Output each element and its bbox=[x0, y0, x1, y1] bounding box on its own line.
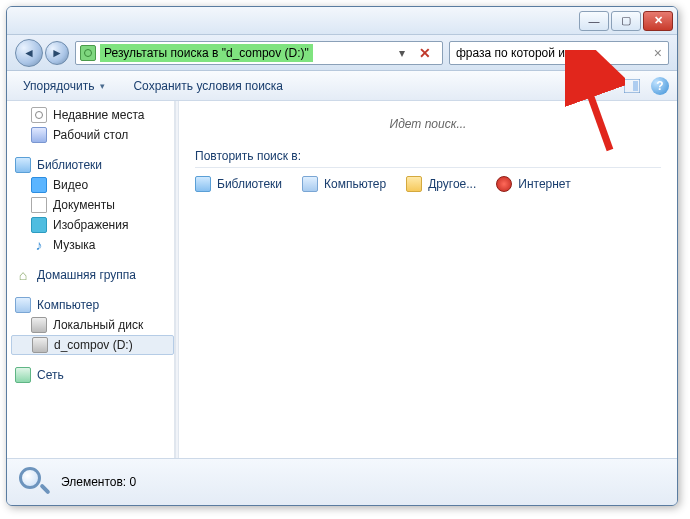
explorer-window: — ▢ ✕ ◄ ► Результаты поиска в "d_compov … bbox=[6, 6, 678, 506]
view-options-icon[interactable] bbox=[595, 77, 613, 95]
sidebar-label: Документы bbox=[53, 198, 115, 212]
sidebar-label: Домашняя группа bbox=[37, 268, 136, 282]
svg-rect-1 bbox=[633, 81, 638, 91]
title-bar: — ▢ ✕ bbox=[7, 7, 677, 35]
computer-icon bbox=[302, 176, 318, 192]
maximize-button[interactable]: ▢ bbox=[611, 11, 641, 31]
address-bar[interactable]: Результаты поиска в "d_compov (D:)" ▾ ✕ bbox=[75, 41, 443, 65]
sidebar-item-d-drive[interactable]: d_compov (D:) bbox=[11, 335, 174, 355]
save-search-button[interactable]: Сохранить условия поиска bbox=[125, 75, 291, 97]
desktop-icon bbox=[31, 127, 47, 143]
search-box[interactable]: × bbox=[449, 41, 669, 65]
scope-computer[interactable]: Компьютер bbox=[302, 176, 386, 192]
address-dropdown-icon[interactable]: ▾ bbox=[394, 42, 410, 64]
search-location-icon bbox=[80, 45, 96, 61]
navigation-row: ◄ ► Результаты поиска в "d_compov (D:)" … bbox=[7, 35, 677, 71]
content-pane: Идет поиск... Повторить поиск в: Библиот… bbox=[179, 101, 677, 458]
scope-libraries[interactable]: Библиотеки bbox=[195, 176, 282, 192]
scope-label: Интернет bbox=[518, 177, 570, 191]
search-scopes: Библиотеки Компьютер Другое... Интернет bbox=[195, 176, 661, 192]
video-icon bbox=[31, 177, 47, 193]
computer-icon bbox=[15, 297, 31, 313]
sidebar-label: Компьютер bbox=[37, 298, 99, 312]
search-status: Идет поиск... bbox=[195, 117, 661, 131]
close-button[interactable]: ✕ bbox=[643, 11, 673, 31]
search-input[interactable] bbox=[454, 45, 652, 61]
sidebar-homegroup-head[interactable]: ⌂ Домашняя группа bbox=[11, 265, 174, 285]
status-bar: Элементов: 0 bbox=[7, 459, 677, 505]
sidebar-item-local-disk[interactable]: Локальный диск bbox=[11, 315, 174, 335]
documents-icon bbox=[31, 197, 47, 213]
recent-icon bbox=[31, 107, 47, 123]
sidebar-item-music[interactable]: ♪ Музыка bbox=[11, 235, 174, 255]
sidebar-label: d_compov (D:) bbox=[54, 338, 133, 352]
magnifier-icon bbox=[17, 465, 51, 499]
sidebar-computer-head[interactable]: Компьютер bbox=[11, 295, 174, 315]
sidebar-item-desktop[interactable]: Рабочий стол bbox=[11, 125, 174, 145]
command-bar: Упорядочить Сохранить условия поиска ? bbox=[7, 71, 677, 101]
libraries-icon bbox=[195, 176, 211, 192]
network-icon bbox=[15, 367, 31, 383]
preview-pane-icon[interactable] bbox=[623, 77, 641, 95]
music-icon: ♪ bbox=[31, 237, 47, 253]
repeat-search-heading: Повторить поиск в: bbox=[195, 149, 661, 168]
sidebar-item-documents[interactable]: Документы bbox=[11, 195, 174, 215]
scope-label: Библиотеки bbox=[217, 177, 282, 191]
clear-search-icon[interactable]: × bbox=[652, 45, 664, 61]
opera-icon bbox=[496, 176, 512, 192]
sidebar-label: Видео bbox=[53, 178, 88, 192]
stop-refresh-button[interactable]: ✕ bbox=[414, 42, 436, 64]
sidebar-item-video[interactable]: Видео bbox=[11, 175, 174, 195]
sidebar-label: Недавние места bbox=[53, 108, 144, 122]
navigation-pane[interactable]: Недавние места Рабочий стол Библиотеки В… bbox=[7, 101, 175, 458]
body-area: Недавние места Рабочий стол Библиотеки В… bbox=[7, 101, 677, 459]
sidebar-label: Рабочий стол bbox=[53, 128, 128, 142]
minimize-button[interactable]: — bbox=[579, 11, 609, 31]
sidebar-item-pictures[interactable]: Изображения bbox=[11, 215, 174, 235]
pictures-icon bbox=[31, 217, 47, 233]
scope-internet[interactable]: Интернет bbox=[496, 176, 570, 192]
status-elements-count: Элементов: 0 bbox=[61, 475, 136, 489]
scope-label: Другое... bbox=[428, 177, 476, 191]
organize-button[interactable]: Упорядочить bbox=[15, 75, 113, 97]
back-button[interactable]: ◄ bbox=[15, 39, 43, 67]
scope-label: Компьютер bbox=[324, 177, 386, 191]
help-icon[interactable]: ? bbox=[651, 77, 669, 95]
folder-icon bbox=[406, 176, 422, 192]
address-text: Результаты поиска в "d_compov (D:)" bbox=[100, 44, 313, 62]
disk-icon bbox=[31, 317, 47, 333]
scope-custom[interactable]: Другое... bbox=[406, 176, 476, 192]
sidebar-label: Изображения bbox=[53, 218, 128, 232]
sidebar-label: Библиотеки bbox=[37, 158, 102, 172]
forward-button[interactable]: ► bbox=[45, 41, 69, 65]
sidebar-label: Музыка bbox=[53, 238, 95, 252]
disk-icon bbox=[32, 337, 48, 353]
libraries-icon bbox=[15, 157, 31, 173]
sidebar-label: Сеть bbox=[37, 368, 64, 382]
sidebar-label: Локальный диск bbox=[53, 318, 143, 332]
sidebar-libraries-head[interactable]: Библиотеки bbox=[11, 155, 174, 175]
homegroup-icon: ⌂ bbox=[15, 267, 31, 283]
sidebar-network-head[interactable]: Сеть bbox=[11, 365, 174, 385]
sidebar-item-recent[interactable]: Недавние места bbox=[11, 105, 174, 125]
